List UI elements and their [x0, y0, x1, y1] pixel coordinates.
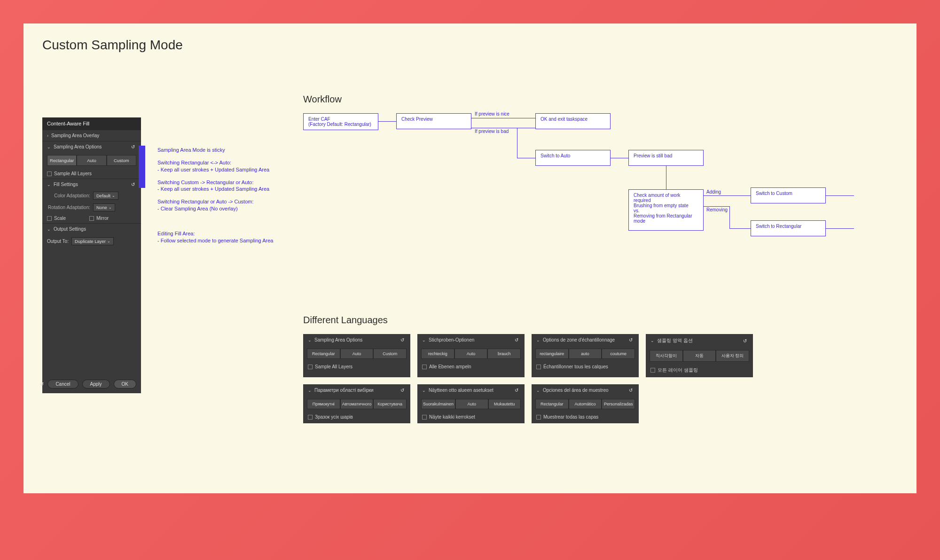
lang-panel-0: ⌄Sampling Area Options↺RectangularAutoCu…: [303, 334, 410, 377]
lang-checkbox[interactable]: [422, 365, 427, 369]
rotation-adapt-label: Rotation Adaptation:: [47, 205, 90, 210]
lang-section-head[interactable]: ⌄Stichproben-Optionen↺: [417, 334, 525, 346]
panel-header: Content-Aware Fill: [42, 117, 141, 130]
section-options-label: Sampling Area Options: [54, 144, 130, 149]
reset-icon[interactable]: ↺: [130, 144, 136, 149]
lang-checkbox[interactable]: [536, 365, 541, 369]
lang-section-head[interactable]: ⌄샘플링 영역 옵션↺: [646, 334, 753, 347]
section-options[interactable]: ⌄ Sampling Area Options ↺: [42, 141, 141, 152]
reset-icon[interactable]: ↺: [513, 388, 520, 393]
flow-label-bad: If preview is bad: [475, 129, 509, 134]
lang-checkbox[interactable]: [308, 415, 313, 420]
cancel-button[interactable]: Cancel: [47, 380, 78, 389]
flow-box-ok-exit: OK and exit taskspace: [535, 113, 611, 129]
lang-seg-2[interactable]: Автоматичного: [340, 399, 374, 409]
rotation-adapt-dropdown[interactable]: None⌄: [93, 203, 115, 211]
output-to-dropdown[interactable]: Duplicate Layer⌄: [71, 237, 114, 245]
lang-seg-2[interactable]: Auto: [455, 399, 488, 409]
color-adapt-dropdown[interactable]: Default⌄: [93, 192, 118, 200]
checkbox-sample-all[interactable]: [47, 171, 52, 176]
lang-head-label: Sampling Area Options: [314, 337, 399, 342]
lang-section-head[interactable]: ⌄Options de zone d'échantillonnage↺: [532, 334, 639, 346]
lang-check-label: Muestrear todas las capas: [543, 414, 598, 420]
lang-seg-1[interactable]: Suorakulmainen: [421, 399, 455, 409]
lang-head-label: Opciones del área de muestreo: [543, 388, 627, 393]
lang-checkbox[interactable]: [308, 365, 313, 369]
seg-rectangular[interactable]: Rectangular: [47, 155, 77, 166]
lang-seg-2[interactable]: auto: [569, 349, 602, 359]
workflow-title: Workflow: [303, 94, 867, 105]
lang-panel-3: ⌄샘플링 영역 옵션↺직사각형이자동사용자 정의모든 레이어 샘플링: [646, 334, 753, 377]
chevron-down-icon: ⌄: [536, 338, 540, 342]
lang-seg-3[interactable]: Користувача: [373, 399, 407, 409]
flow-label-nice: If preview is nice: [475, 111, 509, 117]
reset-all-icon[interactable]: ↺: [40, 381, 44, 387]
lang-seg-1[interactable]: 직사각형이: [650, 350, 683, 362]
seg-custom[interactable]: Custom: [107, 155, 136, 166]
lang-panel-5: ⌄Näytteen otto alueen asetukset↺Suorakul…: [417, 384, 525, 423]
flow-box-enter-caf: Enter CAF(Factory Default: Rectangular): [303, 113, 378, 130]
chevron-down-icon: ⌄: [650, 338, 654, 343]
lang-checkbox[interactable]: [650, 368, 655, 373]
lang-head-label: 샘플링 영역 옵션: [657, 337, 742, 344]
lang-seg-3[interactable]: coutume: [602, 349, 635, 359]
lang-panel-6: ⌄Opciones del área de muestreo↺Rectangul…: [532, 384, 639, 423]
color-adapt-label: Color Adaptation:: [47, 193, 90, 198]
lang-seg-1[interactable]: rectangulaire: [535, 349, 569, 359]
apply-button[interactable]: Apply: [82, 380, 110, 389]
lang-head-label: Stichproben-Optionen: [429, 337, 513, 342]
sample-all-label: Sample All Layers: [54, 171, 92, 176]
lang-panel-4: ⌄Параметри області вибірки↺ПрямокутніАвт…: [303, 384, 410, 423]
chevron-down-icon: ⌄: [536, 388, 540, 393]
languages-title: Different Languages: [303, 315, 773, 326]
lang-seg-3[interactable]: brauch: [487, 349, 521, 359]
reset-icon[interactable]: ↺: [399, 388, 406, 393]
section-output[interactable]: ⌄ Output Settings: [42, 224, 141, 234]
reset-icon[interactable]: ↺: [627, 337, 634, 342]
lang-seg-2[interactable]: Auto: [340, 349, 374, 359]
lang-head-label: Näytteen otto alueen asetukset: [429, 388, 513, 393]
flow-box-work-required: Check amount of work required Brushing f…: [628, 189, 704, 231]
lang-checkbox[interactable]: [422, 415, 427, 420]
lang-seg-3[interactable]: Personalizadas: [602, 399, 635, 409]
section-overlay[interactable]: › Sampling Area Overlay: [42, 130, 141, 141]
reset-icon[interactable]: ↺: [399, 337, 406, 342]
lang-section-head[interactable]: ⌄Sampling Area Options↺: [303, 334, 410, 346]
flow-label-removing: Removing: [706, 207, 728, 212]
flow-box-still-bad: Preview is still bad: [628, 150, 704, 166]
lang-section-head[interactable]: ⌄Параметри області вибірки↺: [303, 384, 410, 396]
lang-seg-2[interactable]: Auto: [454, 349, 488, 359]
section-fill-label: Fill Settings: [54, 182, 130, 187]
chevron-down-icon: ⌄: [47, 145, 51, 149]
annotation-notes: Sampling Area Mode is sticky Switching R…: [157, 147, 280, 250]
lang-check-label: Échantillonner tous les calques: [543, 364, 608, 369]
lang-section-head[interactable]: ⌄Näytteen otto alueen asetukset↺: [417, 384, 525, 396]
reset-icon[interactable]: ↺: [513, 337, 520, 342]
lang-checkbox[interactable]: [536, 415, 541, 420]
flow-box-switch-custom: Switch to Custom: [751, 187, 826, 203]
lang-seg-1[interactable]: Прямокутні: [307, 399, 340, 409]
checkbox-scale[interactable]: [47, 216, 52, 221]
lang-seg-3[interactable]: Mukautettu: [488, 399, 521, 409]
lang-check-label: 모든 레이어 샘플링: [658, 367, 698, 373]
checkbox-mirror[interactable]: [89, 216, 94, 221]
lang-seg-1[interactable]: rechteckig: [421, 349, 454, 359]
reset-icon[interactable]: ↺: [130, 182, 136, 187]
lang-seg-2[interactable]: Automático: [569, 399, 602, 409]
lang-seg-3[interactable]: Custom: [373, 349, 407, 359]
lang-seg-2[interactable]: 자동: [683, 350, 716, 362]
lang-panel-1: ⌄Stichproben-Optionen↺rechteckigAutobrau…: [417, 334, 525, 377]
lang-check-label: Зразок усіх шарів: [315, 414, 353, 420]
ok-button[interactable]: OK: [114, 380, 136, 389]
seg-auto[interactable]: Auto: [77, 155, 106, 166]
reset-icon[interactable]: ↺: [627, 388, 634, 393]
lang-seg-1[interactable]: Rectangular: [307, 349, 340, 359]
lang-section-head[interactable]: ⌄Opciones del área de muestreo↺: [532, 384, 639, 396]
section-fill[interactable]: ⌄ Fill Settings ↺: [42, 179, 141, 190]
section-overlay-label: Sampling Area Overlay: [51, 133, 136, 138]
flow-box-switch-rect: Switch to Rectangular: [751, 220, 826, 236]
lang-seg-1[interactable]: Rectangular: [535, 399, 569, 409]
lang-head-label: Options de zone d'échantillonnage: [543, 337, 627, 342]
reset-icon[interactable]: ↺: [742, 338, 748, 343]
lang-seg-3[interactable]: 사용자 정의: [716, 350, 749, 362]
